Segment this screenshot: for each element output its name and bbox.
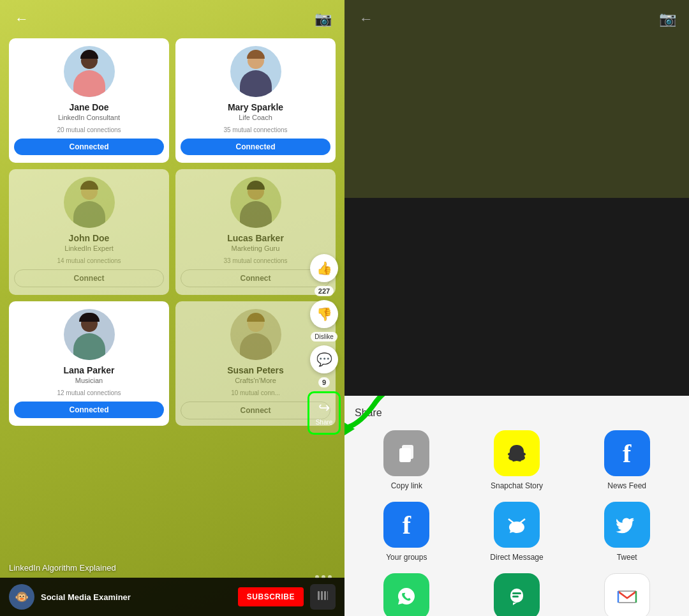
left-header: ← 📷 <box>0 0 344 38</box>
facebook-news-icon: f <box>604 430 650 476</box>
share-item-your-groups[interactable]: f Your groups <box>355 502 459 562</box>
share-item-direct-message[interactable]: Direct Message <box>465 502 569 562</box>
direct-message-label: Direct Message <box>490 553 543 562</box>
card-mutual: 12 mutual connections <box>57 389 121 396</box>
comment-count: 9 <box>318 377 330 387</box>
share-item-snapchat[interactable]: Snapchat Story <box>465 430 569 490</box>
card-name: John Doe <box>69 233 110 243</box>
svg-rect-9 <box>512 592 521 594</box>
profile-card-jane: Jane Doe LinkedIn Consultant 20 mutual c… <box>9 38 169 163</box>
card-mutual: 35 mutual connections <box>223 126 287 133</box>
share-item-whatsapp[interactable]: WhatsApp <box>355 573 459 616</box>
svg-marker-4 <box>344 423 355 435</box>
twitter-dm-icon <box>494 502 540 548</box>
your-groups-label: Your groups <box>386 553 427 562</box>
back-button[interactable]: ← <box>10 8 33 31</box>
profile-cards-grid: Jane Doe LinkedIn Consultant 20 mutual c… <box>0 0 344 432</box>
dislike-label: Dislike <box>311 332 337 342</box>
snapchat-label: Snapchat Story <box>491 481 543 490</box>
card-mutual: 14 mutual connections <box>57 257 121 264</box>
right-camera-icon[interactable]: 📷 <box>656 8 679 31</box>
snapchat-icon <box>494 430 540 476</box>
card-name: Jane Doe <box>69 102 108 112</box>
like-button[interactable]: 👍 <box>310 254 338 282</box>
tweet-label: Tweet <box>617 553 637 562</box>
tweet-icon <box>604 502 650 548</box>
card-mutual: 33 mutual connections <box>223 257 287 264</box>
video-title: LinkedIn Algorithm Explained <box>9 563 116 573</box>
svg-rect-2 <box>324 591 326 600</box>
right-panel: ← 📷 Share Copy link <box>344 0 689 616</box>
svg-rect-10 <box>512 596 519 597</box>
whatsapp-icon <box>383 573 429 616</box>
channel-avatar: 🐵 <box>9 584 34 610</box>
card-mutual: 10 mutual conn... <box>231 389 280 396</box>
profile-card-mary: Mary Sparkle Life Coach 35 mutual connec… <box>175 38 336 163</box>
svg-rect-3 <box>327 591 328 600</box>
card-mutual: 20 mutual connections <box>57 126 121 133</box>
card-name: Lucas Barker <box>227 233 284 243</box>
share-item-gmail[interactable]: Gmail <box>575 573 679 616</box>
reaction-panel: 👍 227 👎 Dislike 💬 9 ↪ Share <box>307 254 341 435</box>
svg-rect-6 <box>399 448 411 462</box>
card-title: Crafts'n'More <box>235 377 276 384</box>
gmail-icon <box>604 573 650 616</box>
connected-button[interactable]: Connected <box>14 139 164 155</box>
fb-groups-icon: f <box>383 502 429 548</box>
card-title: Life Coach <box>239 114 272 121</box>
card-title: Marketing Guru <box>232 244 280 252</box>
share-title: Share <box>355 407 679 419</box>
profile-card-lana: Lana Parker Musician 12 mutual connectio… <box>9 301 169 426</box>
right-header: ← 📷 <box>344 0 689 38</box>
avatar <box>230 177 281 228</box>
connected-button[interactable]: Connected <box>181 139 330 155</box>
subscribe-button[interactable]: SUBSCRIBE <box>238 587 304 606</box>
card-title: LinkedIn Consultant <box>58 114 120 121</box>
svg-rect-0 <box>318 591 320 600</box>
share-sheet: Share Copy link <box>344 396 689 616</box>
avatar <box>64 46 115 97</box>
copy-link-icon <box>383 430 429 476</box>
news-feed-label: News Feed <box>607 481 646 490</box>
music-icon[interactable] <box>310 584 336 610</box>
camera-icon[interactable]: 📷 <box>311 8 334 31</box>
channel-name: Social Media Examiner <box>41 592 232 602</box>
connected-button[interactable]: Connected <box>14 402 164 418</box>
hangouts-icon <box>494 573 540 616</box>
avatar <box>64 177 115 228</box>
comment-button[interactable]: 💬 <box>310 345 338 373</box>
dislike-button[interactable]: 👎 <box>310 300 338 328</box>
profile-card-john: John Doe LinkedIn Expert 14 mutual conne… <box>9 169 169 295</box>
card-name: Lana Parker <box>63 365 114 375</box>
copy-link-label: Copy link <box>391 481 422 490</box>
left-panel: ← 📷 Jane Doe LinkedIn Consultant 20 mutu… <box>0 0 344 616</box>
share-item-copy-link[interactable]: Copy link <box>355 430 459 490</box>
svg-rect-1 <box>321 591 323 600</box>
card-name: Susan Peters <box>227 365 284 375</box>
card-title: LinkedIn Expert <box>64 244 113 252</box>
share-item-tweet[interactable]: Tweet <box>575 502 679 562</box>
share-item-hangouts[interactable]: Hangouts <box>465 573 569 616</box>
share-button[interactable]: ↪ Share <box>307 391 341 435</box>
card-title: Musician <box>75 377 103 384</box>
like-count: 227 <box>315 286 334 296</box>
avatar <box>230 309 281 360</box>
share-grid: Copy link Snapchat Story f News Feed <box>355 430 679 616</box>
bottom-bar: 🐵 Social Media Examiner SUBSCRIBE <box>0 578 344 616</box>
right-back-button[interactable]: ← <box>355 8 378 31</box>
share-item-news-feed[interactable]: f News Feed <box>575 430 679 490</box>
avatar <box>64 309 115 360</box>
avatar <box>230 46 281 97</box>
card-name: Mary Sparkle <box>228 102 283 112</box>
connect-button[interactable]: Connect <box>14 269 164 287</box>
